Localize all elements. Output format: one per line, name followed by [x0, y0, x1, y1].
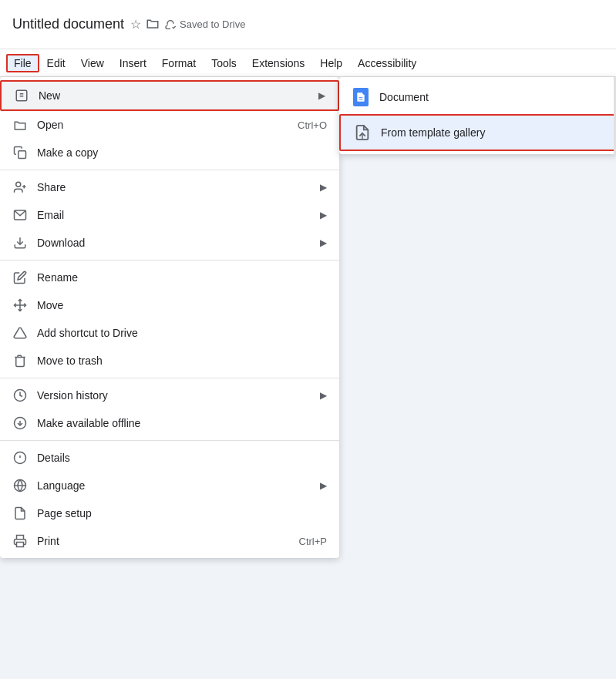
document-title[interactable]: Untitled document [12, 16, 124, 32]
share-icon [12, 180, 28, 195]
language-arrow: ▶ [320, 480, 327, 491]
share-label: Share [37, 181, 311, 193]
details-icon [12, 450, 28, 466]
menu-insert[interactable]: Insert [112, 54, 154, 72]
top-bar: Untitled document ☆ Saved to Drive [0, 0, 616, 49]
menu-item-page-setup[interactable]: Page setup [0, 499, 339, 527]
divider-2 [0, 260, 339, 261]
svg-point-4 [16, 182, 21, 187]
menu-item-version-history[interactable]: Version history ▶ [0, 382, 339, 409]
add-shortcut-icon [12, 325, 28, 341]
menu-edit[interactable]: Edit [39, 54, 73, 72]
move-icon [12, 297, 28, 313]
menu-item-details[interactable]: Details [0, 444, 339, 472]
from-template-label: From template gallery [381, 126, 485, 139]
offline-label: Make available offline [37, 417, 327, 429]
print-label: Print [37, 535, 290, 547]
email-arrow: ▶ [320, 210, 327, 220]
move-trash-label: Move to trash [37, 355, 327, 367]
new-arrow: ▶ [318, 90, 325, 101]
open-shortcut: Ctrl+O [298, 119, 327, 131]
menu-item-share[interactable]: Share ▶ [0, 173, 339, 201]
title-icons: ☆ Saved to Drive [130, 16, 245, 33]
menu-accessibility[interactable]: Accessibility [350, 54, 424, 72]
offline-icon [12, 415, 28, 431]
menu-item-print[interactable]: Print Ctrl+P [0, 527, 339, 555]
document-label: Document [379, 91, 429, 103]
page-setup-icon [12, 506, 28, 521]
rename-label: Rename [37, 271, 327, 284]
print-shortcut: Ctrl+P [299, 536, 327, 547]
language-icon [12, 478, 28, 493]
share-arrow: ▶ [320, 182, 327, 193]
menu-tools[interactable]: Tools [204, 54, 244, 72]
star-icon[interactable]: ☆ [130, 17, 141, 32]
email-icon [12, 207, 28, 223]
menu-help[interactable]: Help [312, 54, 350, 72]
menu-view[interactable]: View [73, 54, 112, 72]
download-arrow: ▶ [320, 237, 327, 248]
make-copy-icon [12, 145, 28, 160]
divider-1 [0, 170, 339, 170]
folder-icon[interactable] [146, 16, 160, 33]
email-label: Email [37, 209, 311, 221]
divider-3 [0, 378, 339, 378]
document-icon [352, 88, 370, 106]
menu-item-move-trash[interactable]: Move to trash [0, 347, 339, 375]
add-shortcut-label: Add shortcut to Drive [37, 327, 327, 339]
move-label: Move [37, 299, 327, 311]
new-label: New [39, 89, 309, 102]
version-history-arrow: ▶ [320, 390, 327, 401]
page-setup-label: Page setup [37, 507, 327, 519]
language-label: Language [37, 479, 311, 492]
svg-rect-3 [19, 151, 26, 159]
from-template-icon [353, 123, 372, 142]
menu-format[interactable]: Format [154, 54, 204, 72]
new-icon [14, 88, 29, 103]
menu-item-new[interactable]: New ▶ [0, 80, 339, 111]
saved-status: Saved to Drive [164, 18, 245, 31]
menu-item-move[interactable]: Move [0, 291, 339, 319]
svg-rect-19 [17, 543, 24, 547]
submenu-item-from-template[interactable]: From template gallery [339, 114, 616, 151]
make-copy-label: Make a copy [37, 146, 327, 159]
menu-item-open[interactable]: Open Ctrl+O [0, 111, 339, 139]
menu-item-download[interactable]: Download ▶ [0, 229, 339, 257]
menu-file[interactable]: File [6, 54, 39, 72]
move-trash-icon [12, 353, 28, 368]
submenu-item-document[interactable]: Document [339, 80, 616, 114]
menu-item-make-copy[interactable]: Make a copy [0, 139, 339, 166]
menu-item-email[interactable]: Email ▶ [0, 201, 339, 229]
menu-item-offline[interactable]: Make available offline [0, 409, 339, 437]
details-label: Details [37, 452, 327, 464]
version-history-label: Version history [37, 389, 311, 402]
version-history-icon [12, 388, 28, 403]
new-submenu: Document From template gallery [339, 77, 616, 154]
rename-icon [12, 270, 28, 285]
open-icon [12, 117, 28, 133]
menu-item-add-shortcut[interactable]: Add shortcut to Drive [0, 319, 339, 347]
menu-item-language[interactable]: Language ▶ [0, 472, 339, 499]
menu-bar: File Edit View Insert Format Tools Exten… [0, 49, 616, 77]
menu-extensions[interactable]: Extensions [244, 54, 312, 72]
open-label: Open [37, 119, 288, 131]
divider-4 [0, 440, 339, 441]
print-icon [12, 533, 28, 549]
download-label: Download [37, 237, 311, 249]
download-icon [12, 235, 28, 250]
menu-item-rename[interactable]: Rename [0, 264, 339, 291]
file-dropdown: New ▶ Open Ctrl+O Make a copy [0, 77, 339, 558]
